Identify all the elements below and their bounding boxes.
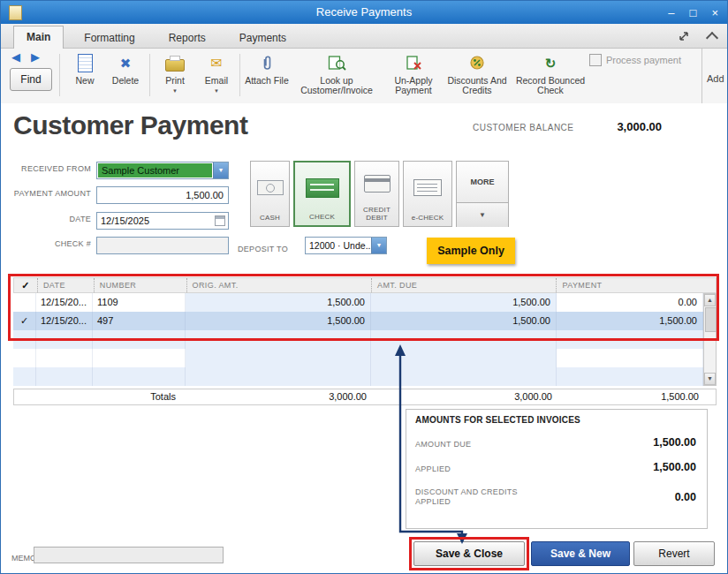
row-number-cell[interactable]: 1109 xyxy=(93,293,186,312)
row-payment-cell[interactable]: 0.00 xyxy=(557,293,703,312)
table-row-empty[interactable] xyxy=(13,367,717,386)
save-new-button[interactable]: Save & New xyxy=(531,541,630,566)
payment-method-credit-debit-button[interactable]: CREDIT DEBIT xyxy=(354,161,399,227)
close-button[interactable]: × xyxy=(711,6,718,19)
applied-label: APPLIED xyxy=(415,464,451,473)
memo-input[interactable] xyxy=(34,547,224,563)
more-dropdown-icon[interactable]: ▼ xyxy=(457,202,508,227)
print-dropdown-icon[interactable]: ▼ xyxy=(172,87,178,96)
scrollbar-thumb[interactable] xyxy=(705,307,717,332)
column-header-number: NUMBER xyxy=(94,278,186,292)
selected-invoices-summary: AMOUNTS FOR SELECTED INVOICES AMOUNT DUE… xyxy=(406,409,708,529)
calendar-icon[interactable] xyxy=(215,215,225,226)
row-orig-amt-cell[interactable]: 1,500.00 xyxy=(186,293,371,312)
revert-button[interactable]: Revert xyxy=(633,541,715,566)
totals-amt-due: 3,000.00 xyxy=(372,389,557,404)
save-close-button[interactable]: Save & Close xyxy=(413,541,525,566)
applied-value: 1,500.00 xyxy=(590,461,696,473)
tab-reports[interactable]: Reports xyxy=(155,27,219,48)
table-header-row: ✓ DATE NUMBER ORIG. AMT. AMT. DUE PAYMEN… xyxy=(13,277,717,293)
totals-orig-amt: 3,000.00 xyxy=(186,389,372,404)
print-button[interactable]: Print ▼ xyxy=(155,52,195,96)
record-bounced-check-button[interactable]: ↻ Record Bounced Check xyxy=(515,52,586,95)
table-row[interactable]: 12/15/20... 1109 1,500.00 1,500.00 0.00 xyxy=(13,293,717,312)
payment-method-echeck-button[interactable]: e-CHECK xyxy=(403,161,452,227)
row-date-cell[interactable]: 12/15/20... xyxy=(36,293,93,312)
row-payment-cell[interactable]: 1,500.00 xyxy=(557,312,703,330)
amount-due-value: 1,500.00 xyxy=(590,436,696,449)
delete-x-icon: ✖ xyxy=(120,58,132,68)
deposit-to-label: DEPOSIT TO xyxy=(238,245,301,253)
unapply-x-icon xyxy=(406,55,422,72)
toolbar-separator xyxy=(59,54,60,96)
email-button[interactable]: ✉ Email ▼ xyxy=(197,52,236,96)
payment-method-cash-button[interactable]: CASH xyxy=(250,161,290,227)
lookup-customer-invoice-button[interactable]: Look up Customer/Invoice xyxy=(296,52,377,95)
new-button[interactable]: New xyxy=(66,52,103,86)
column-header-check: ✓ xyxy=(14,278,37,292)
minimize-button[interactable]: – xyxy=(668,6,674,19)
deposit-to-combo[interactable]: 12000 · Unde... ▼ xyxy=(305,237,387,254)
discounts-credits-button[interactable]: Discounts And Credits xyxy=(443,52,512,95)
table-body: 12/15/20... 1109 1,500.00 1,500.00 0.00 … xyxy=(13,293,717,386)
summary-title: AMOUNTS FOR SELECTED INVOICES xyxy=(415,415,580,425)
bounced-check-icon: ↻ xyxy=(545,58,557,68)
email-dropdown-icon[interactable]: ▼ xyxy=(214,87,219,96)
process-payment-checkbox[interactable] xyxy=(589,54,602,66)
row-number-cell[interactable]: 497 xyxy=(93,312,186,330)
payment-method-more-button[interactable]: MORE ▼ xyxy=(456,161,509,227)
unapply-payment-button[interactable]: Un-Apply Payment xyxy=(386,52,441,95)
attach-file-button[interactable]: Attach File xyxy=(245,52,289,86)
row-orig-amt-cell[interactable]: 1,500.00 xyxy=(186,312,371,330)
deposit-to-value: 12000 · Unde... xyxy=(309,240,373,251)
toolbar-separator xyxy=(239,54,240,96)
maximize-button[interactable]: □ xyxy=(690,6,697,19)
discount-credits-label: DISCOUNT AND CREDITS APPLIED xyxy=(415,487,548,507)
tab-main[interactable]: Main xyxy=(13,26,64,49)
payment-method-check-button[interactable]: CHECK xyxy=(293,161,351,227)
scroll-down-icon[interactable]: ▼ xyxy=(704,373,716,385)
discount-coin-icon xyxy=(469,55,485,71)
forward-icon[interactable]: ▶ xyxy=(31,50,40,64)
row-date-cell[interactable]: 12/15/20... xyxy=(36,312,93,330)
row-checkmark-cell[interactable]: ✓ xyxy=(13,312,36,330)
magnifier-invoice-icon xyxy=(328,55,346,72)
form-content: Customer Payment CUSTOMER BALANCE 3,000.… xyxy=(1,103,727,573)
toolbar-separator xyxy=(149,54,150,96)
collapse-ribbon-icon[interactable] xyxy=(706,32,718,44)
check-icon xyxy=(306,178,339,198)
tab-formatting[interactable]: Formatting xyxy=(71,27,148,48)
expand-window-icon[interactable] xyxy=(678,30,690,42)
column-header-amt-due: AMT. DUE xyxy=(371,278,556,292)
table-row-selected[interactable]: ✓ 12/15/20... 497 1,500.00 1,500.00 1,50… xyxy=(13,312,717,330)
toolbar-separator xyxy=(701,49,702,103)
add-panel-label[interactable]: Add xyxy=(707,73,724,84)
row-checkmark-cell[interactable] xyxy=(13,293,36,312)
discount-credits-value: 0.00 xyxy=(590,491,696,503)
date-input[interactable]: 12/15/2025 xyxy=(96,212,229,230)
customer-balance-label: CUSTOMER BALANCE xyxy=(473,123,574,132)
cash-icon xyxy=(257,180,284,195)
payment-amount-input[interactable]: 1,500.00 xyxy=(96,186,229,204)
paperclip-icon xyxy=(261,55,273,72)
scroll-up-icon[interactable]: ▲ xyxy=(704,294,716,306)
sample-only-badge: Sample Only xyxy=(427,238,515,264)
totals-label: Totals xyxy=(14,389,186,404)
check-number-label: CHECK # xyxy=(3,239,91,248)
ribbon-tabbar: Main Formatting Reports Payments xyxy=(1,24,727,49)
delete-button[interactable]: ✖ Delete xyxy=(105,52,146,86)
check-number-input[interactable] xyxy=(96,237,229,254)
chevron-down-icon[interactable]: ▼ xyxy=(371,238,386,253)
table-row-empty[interactable] xyxy=(13,349,717,367)
chevron-down-icon[interactable]: ▼ xyxy=(213,162,228,178)
table-scrollbar[interactable]: ▲ ▼ xyxy=(703,293,717,386)
receive-payments-window: Receive Payments – □ × Main Formatting R… xyxy=(0,0,728,574)
find-button[interactable]: Find xyxy=(10,68,52,91)
toolbar: ◀ ▶ Find New ✖ Delete Print ▼ ✉ Email ▼ xyxy=(1,49,727,104)
row-amt-due-cell[interactable]: 1,500.00 xyxy=(371,293,557,312)
received-from-combo[interactable]: Sample Customer ▼ xyxy=(96,162,229,179)
back-icon[interactable]: ◀ xyxy=(11,50,20,64)
tab-payments[interactable]: Payments xyxy=(226,27,300,48)
row-amt-due-cell[interactable]: 1,500.00 xyxy=(371,312,557,330)
table-row-empty[interactable] xyxy=(13,330,717,349)
